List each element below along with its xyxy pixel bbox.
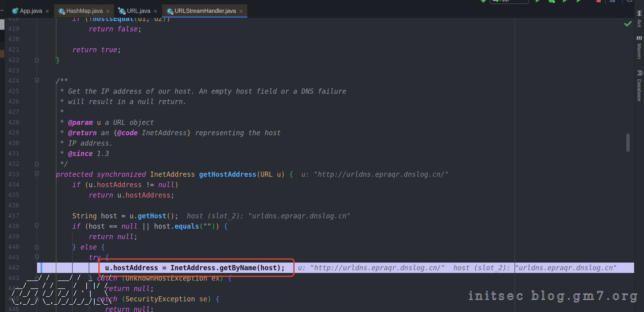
tab-close-icon[interactable]: ×: [46, 8, 49, 14]
fold-marker-icon[interactable]: [35, 78, 39, 84]
code-editor[interactable]: 418 if (!hostsEqual(u1, u2))419 return f…: [5, 18, 634, 312]
code-line-438[interactable]: 438 if (host == null || host.equals(""))…: [5, 221, 634, 231]
profiler-button[interactable]: [577, 0, 581, 3]
left-tool-stripe: [0, 0, 5, 312]
code-text: * @return an {@code InetAddress} represe…: [40, 128, 281, 138]
code-line-430[interactable]: 430 * IP address.: [5, 138, 634, 148]
code-text: if (!hostsEqual(u1, u2)): [40, 18, 170, 24]
tab-label: URL.java: [127, 8, 150, 14]
code-line-428[interactable]: 428 * @param u a URL object: [5, 117, 634, 128]
tab-close-icon[interactable]: ×: [239, 8, 243, 14]
tab-hashmap-java[interactable]: CHashMap.java×: [54, 5, 114, 18]
code-line-419[interactable]: 419 return false;: [5, 24, 634, 34]
run-configuration-label: App: [500, 0, 509, 2]
code-line-426[interactable]: 426 * will result in a null return.: [5, 96, 634, 107]
code-text: * will result in a null return.: [40, 96, 187, 107]
code-line-439[interactable]: 439 return null;: [5, 231, 634, 242]
code-line-420[interactable]: 420: [5, 34, 634, 45]
code-line-435[interactable]: 435 return u.hostAddress;: [5, 190, 634, 200]
toolbar-separator: [605, 0, 606, 4]
code-line-433[interactable]: 433 protected synchronized InetAddress g…: [5, 169, 634, 179]
coverage-button[interactable]: [563, 0, 567, 3]
run-button[interactable]: [536, 0, 540, 3]
tool-window-label: Ant: [636, 19, 642, 27]
inspections-ok-check-icon[interactable]: [624, 21, 632, 27]
debug-button[interactable]: [548, 0, 554, 3]
debugger-inline-hint: host (slot_2): "urldns.epraqr.dnslog.cn": [179, 212, 350, 220]
code-line-446[interactable]: 446 return null;: [5, 304, 634, 312]
fold-marker-icon[interactable]: [35, 275, 39, 281]
line-number: 435: [5, 190, 19, 200]
tool-window-button-database[interactable]: Database: [634, 70, 644, 101]
code-line-442[interactable]: 442 u.hostAddress = InetAddress.getByNam…: [5, 262, 634, 273]
tab-app-java[interactable]: CApp.java×: [8, 5, 54, 18]
fold-marker-icon[interactable]: [35, 161, 39, 167]
stop-button[interactable]: [596, 0, 601, 2]
code-line-443[interactable]: 443 } catch (UnknownHostException ex) {: [5, 273, 634, 283]
line-number: 441: [5, 252, 19, 262]
code-line-432[interactable]: 432 */: [5, 159, 634, 169]
tab-label: URLStreamHandler.java: [175, 8, 236, 14]
fold-marker-icon[interactable]: [35, 171, 39, 177]
line-number: 421: [5, 45, 19, 55]
code-text: if (host == null || host.equals("")) {: [40, 221, 228, 231]
tool-window-button-ant[interactable]: Ant: [634, 10, 644, 27]
fold-marker-icon[interactable]: [35, 254, 39, 260]
code-line-424[interactable]: 424 /**: [5, 76, 634, 86]
line-number: 424: [5, 76, 19, 86]
code-text: } catch (UnknownHostException ex) {: [40, 273, 232, 283]
code-line-425[interactable]: 425 * Get the IP address of our host. An…: [5, 86, 634, 96]
fold-marker-icon[interactable]: [35, 296, 39, 302]
fold-marker-icon[interactable]: [35, 223, 39, 229]
code-line-431[interactable]: 431 * @since 1.3: [5, 148, 634, 159]
code-line-423[interactable]: 423: [5, 65, 634, 76]
code-line-422[interactable]: 422 }: [5, 55, 634, 65]
code-text: }: [40, 55, 60, 65]
code-line-429[interactable]: 429 * @return an {@code InetAddress} rep…: [5, 128, 634, 138]
tab-close-icon[interactable]: ×: [106, 8, 110, 14]
code-text: return null;: [40, 304, 154, 312]
code-text: String host = u.getHost(); host (slot_2)…: [40, 211, 350, 221]
code-line-436[interactable]: 436: [5, 200, 634, 211]
code-text: * @since 1.3: [40, 148, 109, 159]
right-tool-stripe: AntmMavenDatabase: [634, 0, 644, 312]
tab-url-java[interactable]: CURL.java×: [114, 5, 162, 18]
code-text: * Get the IP address of our host. An emp…: [40, 86, 346, 96]
code-line-440[interactable]: 440 } else {: [5, 242, 634, 252]
line-number: 434: [5, 179, 19, 190]
line-number: 418: [5, 18, 19, 24]
tab-urlstreamhandler-java[interactable]: CURLStreamHandler.java×: [162, 5, 248, 18]
code-line-444[interactable]: 444 return null;: [5, 283, 634, 294]
tool-window-button-maven[interactable]: mMaven: [634, 33, 644, 59]
vertical-scrollbar-thumb[interactable]: [626, 134, 630, 152]
code-text: return false;: [40, 24, 142, 34]
code-line-445[interactable]: 445 } catch (SecurityException se) {: [5, 294, 634, 304]
left-stripe-mark-brown: [0, 50, 4, 58]
fold-marker-icon[interactable]: [35, 57, 39, 63]
line-number: 425: [5, 86, 19, 96]
line-number: 433: [5, 169, 19, 179]
line-number: 444: [5, 283, 19, 294]
code-line-427[interactable]: 427 *: [5, 107, 634, 117]
run-configuration-select[interactable]: App: [490, 0, 529, 4]
line-number: 442: [5, 262, 19, 273]
code-text: if (u.hostAddress != null): [40, 179, 179, 190]
window-layout-icon[interactable]: [627, 0, 632, 2]
code-line-434[interactable]: 434 if (u.hostAddress != null): [5, 179, 634, 190]
readonly-lock-icon: [63, 13, 65, 15]
code-line-418[interactable]: 418 if (!hostsEqual(u1, u2)): [5, 18, 634, 24]
maven-icon: m: [636, 33, 642, 42]
code-text: protected synchronized InetAddress getHo…: [40, 169, 449, 179]
debugger-inline-hint: u: "http://urldns.epraqr.dnslog.cn/" hos…: [285, 264, 617, 272]
fold-marker-icon[interactable]: [35, 244, 39, 250]
code-line-421[interactable]: 421 return true;: [5, 45, 634, 55]
code-text: return null;: [40, 231, 138, 242]
code-line-437[interactable]: 437 String host = u.getHost(); host (slo…: [5, 211, 634, 221]
run-badge-icon: [16, 8, 19, 11]
run-config-type-icon[interactable]: [481, 0, 486, 3]
code-line-441[interactable]: 441 try {: [5, 252, 634, 262]
code-text: return true;: [40, 45, 121, 55]
layout-columns-icon[interactable]: [610, 0, 615, 2]
line-number: 430: [5, 138, 19, 148]
tab-close-icon[interactable]: ×: [154, 8, 158, 14]
